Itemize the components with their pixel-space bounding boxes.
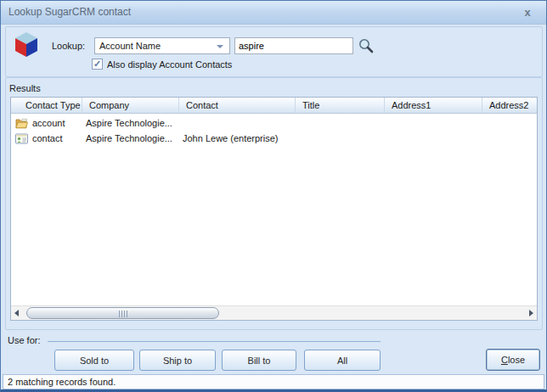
scroll-right-icon[interactable] bbox=[523, 306, 537, 320]
column-header-company[interactable]: Company bbox=[82, 98, 179, 114]
column-header-contact-type[interactable]: Contact Type bbox=[11, 98, 82, 114]
cell-contact: John Lewe (enterprise) bbox=[179, 133, 296, 143]
title-bar: Lookup SugarCRM contact x bbox=[1, 1, 546, 25]
lookup-field-dropdown[interactable]: Account Name bbox=[94, 37, 230, 54]
cell-contact-type: contact bbox=[32, 133, 62, 143]
listview-header: Contact Type Company Contact Title Addre… bbox=[11, 98, 537, 114]
also-display-contacts-checkbox[interactable] bbox=[92, 59, 103, 70]
table-row[interactable]: contact Aspire Technologie... John Lewe … bbox=[11, 131, 537, 146]
cell-company: Aspire Technologie... bbox=[82, 133, 179, 143]
cell-company: Aspire Technologie... bbox=[82, 118, 179, 128]
scrollbar-grip bbox=[119, 311, 128, 317]
scroll-left-icon[interactable] bbox=[11, 306, 25, 320]
results-group: Results Contact Type Company Contact Tit… bbox=[5, 77, 543, 330]
sold-to-button[interactable]: Sold to bbox=[54, 350, 134, 371]
sugarcrm-cube-icon bbox=[13, 31, 40, 58]
window-title: Lookup SugarCRM contact bbox=[8, 6, 131, 18]
contact-card-icon bbox=[15, 133, 28, 144]
use-for-label: Use for: bbox=[8, 335, 41, 345]
close-icon[interactable]: x bbox=[520, 5, 535, 20]
chevron-down-icon bbox=[217, 45, 223, 48]
search-input[interactable] bbox=[234, 37, 353, 54]
close-button[interactable]: Close bbox=[486, 349, 540, 371]
ship-to-button[interactable]: Ship to bbox=[139, 350, 216, 371]
table-row[interactable]: account Aspire Technologie... bbox=[11, 115, 537, 131]
search-icon[interactable] bbox=[358, 37, 375, 54]
lookup-label: Lookup: bbox=[52, 41, 85, 51]
folder-icon bbox=[15, 118, 28, 129]
results-label: Results bbox=[9, 83, 41, 93]
listview-body: account Aspire Technologie... bbox=[11, 115, 537, 146]
column-header-address2[interactable]: Address2 bbox=[482, 98, 537, 114]
results-listview: Contact Type Company Contact Title Addre… bbox=[10, 97, 538, 321]
status-bar: 2 matching records found. bbox=[3, 374, 544, 389]
horizontal-scrollbar[interactable] bbox=[11, 305, 537, 320]
cell-contact-type: account bbox=[32, 118, 65, 128]
status-text: 2 matching records found. bbox=[8, 377, 116, 387]
all-button[interactable]: All bbox=[304, 350, 381, 371]
column-header-title[interactable]: Title bbox=[296, 98, 385, 114]
column-header-address1[interactable]: Address1 bbox=[385, 98, 482, 114]
scrollbar-thumb[interactable] bbox=[26, 307, 219, 319]
lookup-dialog: Lookup SugarCRM contact x Lookup: Accoun… bbox=[0, 0, 547, 392]
column-header-contact[interactable]: Contact bbox=[179, 98, 296, 114]
bill-to-button[interactable]: Bill to bbox=[222, 350, 296, 371]
use-for-divider bbox=[48, 341, 381, 342]
checkbox-label: Also display Account Contacts bbox=[107, 59, 232, 70]
dropdown-selected-value: Account Name bbox=[99, 41, 161, 51]
